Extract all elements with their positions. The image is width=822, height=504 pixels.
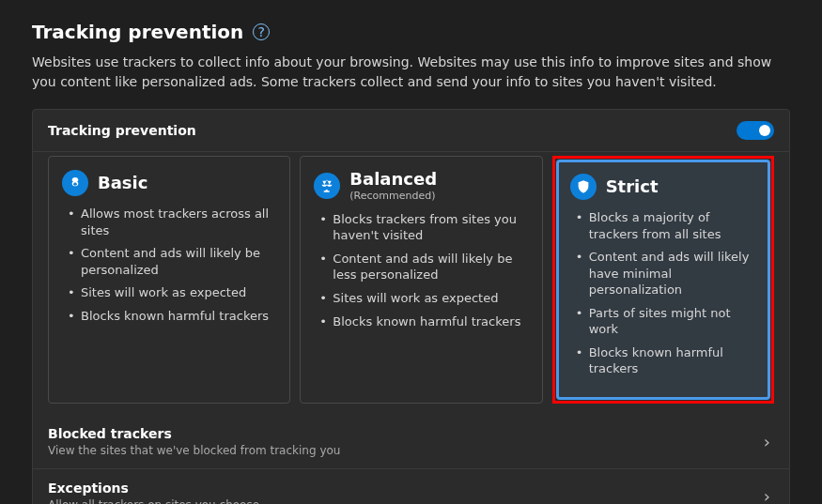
blocked-trackers-sub: View the sites that we've blocked from t… [48,444,760,457]
list-item: Sites will work as expected [68,284,276,301]
exceptions-title: Exceptions [48,481,760,496]
tracking-prevention-toggle-row: Tracking prevention [33,110,789,152]
list-item: Parts of sites might not work [576,305,756,338]
card-strict-title: Strict [606,177,659,196]
card-basic[interactable]: Basic Allows most trackers across all si… [48,156,290,404]
card-basic-bullets: Allows most trackers across all sites Co… [62,206,276,324]
balance-scale-icon [314,173,340,199]
card-strict[interactable]: Strict Blocks a majority of trackers fro… [556,160,770,400]
tracking-prevention-toggle[interactable] [737,121,774,140]
page-title: Tracking prevention [32,21,243,43]
list-item: Sites will work as expected [319,290,528,307]
blocked-trackers-row[interactable]: Blocked trackers View the sites that we'… [33,415,789,469]
chevron-right-icon: › [760,428,774,455]
exceptions-row[interactable]: Exceptions Allow all trackers on sites y… [33,469,789,504]
list-item: Blocks known harmful trackers [576,344,756,377]
exceptions-sub: Allow all trackers on sites you choose [48,498,760,504]
chevron-right-icon: › [760,482,774,504]
basic-icon [62,170,88,196]
list-item: Content and ads will likely be personali… [68,245,276,278]
card-balanced-title: Balanced [349,170,437,189]
card-strict-bullets: Blocks a majority of trackers from all s… [570,209,756,377]
list-item: Content and ads will likely have minimal… [576,249,756,298]
page-header: Tracking prevention ? [32,21,790,43]
help-icon[interactable]: ? [253,23,270,40]
card-balanced[interactable]: Balanced (Recommended) Blocks trackers f… [300,156,542,404]
card-basic-title: Basic [98,174,147,192]
card-strict-highlight: Strict Blocks a majority of trackers fro… [552,156,774,404]
card-balanced-bullets: Blocks trackers from sites you haven't v… [314,211,528,329]
prevention-level-cards: Basic Allows most trackers across all si… [33,152,789,415]
list-item: Blocks known harmful trackers [68,308,276,325]
tracking-prevention-panel: Tracking prevention Basic Allows most tr… [32,109,790,504]
card-balanced-subtitle: (Recommended) [349,190,437,202]
tracking-prevention-toggle-label: Tracking prevention [48,123,196,138]
list-item: Allows most trackers across all sites [68,206,276,238]
shield-icon [570,174,597,200]
blocked-trackers-title: Blocked trackers [48,426,760,441]
list-item: Blocks trackers from sites you haven't v… [319,211,528,244]
list-item: Blocks known harmful trackers [319,313,528,330]
list-item: Blocks a majority of trackers from all s… [576,209,756,242]
list-item: Content and ads will likely be less pers… [319,251,528,283]
page-description: Websites use trackers to collect info ab… [32,53,790,92]
